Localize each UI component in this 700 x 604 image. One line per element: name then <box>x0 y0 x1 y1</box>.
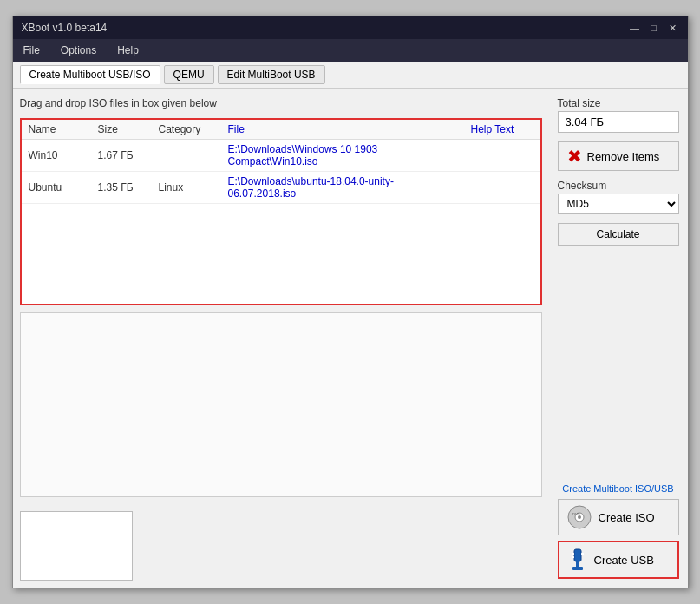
drop-area[interactable] <box>20 312 542 498</box>
tab-create-multiboot[interactable]: Create Multiboot USB/ISO <box>20 65 160 84</box>
cell-size: 1.67 ГБ <box>91 140 152 172</box>
drag-hint: Drag and drop ISO files in box given bel… <box>20 95 542 111</box>
close-button[interactable]: ✕ <box>667 22 679 34</box>
main-window: XBoot v1.0 beta14 — □ ✕ File Options Hel… <box>12 16 689 588</box>
checksum-select[interactable]: MD5 SHA1 SHA256 <box>558 194 679 214</box>
create-iso-button[interactable]: DVD Create ISO <box>558 499 679 535</box>
cell-name: Ubuntu <box>22 172 91 204</box>
total-size-section: Total size <box>558 97 679 133</box>
remove-items-label: Remove Items <box>587 150 660 163</box>
remove-items-button[interactable]: ✖ Remove Items <box>558 141 679 171</box>
minimize-button[interactable]: — <box>629 22 641 34</box>
svg-rect-8 <box>581 553 584 555</box>
svg-text:DVD: DVD <box>572 512 580 516</box>
svg-rect-6 <box>572 567 583 570</box>
right-panel: Total size ✖ Remove Items Checksum MD5 S… <box>549 89 688 588</box>
iso-table: Name Size Category File Help Text Win10 … <box>22 120 540 204</box>
col-header-category: Category <box>152 120 221 140</box>
toolbar: Create Multiboot USB/ISO QEMU Edit Multi… <box>13 62 688 89</box>
menu-help[interactable]: Help <box>114 43 142 58</box>
menu-bar: File Options Help <box>13 39 688 62</box>
table-header-row: Name Size Category File Help Text <box>22 120 540 140</box>
title-bar-controls: — □ ✕ <box>629 22 679 34</box>
svg-rect-7 <box>572 553 574 555</box>
create-usb-label: Create USB <box>594 554 654 567</box>
cell-file: E:\Downloads\ubuntu-18.04.0-unity-06.07.… <box>221 172 464 204</box>
cell-file: E:\Downloads\Windows 10 1903 Compact\Win… <box>221 140 464 172</box>
svg-rect-9 <box>572 556 574 558</box>
col-header-name: Name <box>22 120 91 140</box>
svg-rect-4 <box>574 549 581 561</box>
main-content: Drag and drop ISO files in box given bel… <box>13 89 688 588</box>
dvd-icon: DVD <box>567 505 592 529</box>
total-size-value <box>558 111 679 133</box>
window-title: XBoot v1.0 beta14 <box>22 22 108 34</box>
menu-options[interactable]: Options <box>57 43 100 58</box>
tab-edit-multiboot[interactable]: Edit MultiBoot USB <box>218 65 325 84</box>
table-row[interactable]: Ubuntu 1.35 ГБ Linux E:\Downloads\ubuntu… <box>22 172 540 204</box>
create-section: Create Multiboot ISO/USB DVD Create ISO <box>558 483 679 579</box>
remove-icon: ✖ <box>567 148 582 165</box>
create-iso-label: Create ISO <box>599 511 655 524</box>
calculate-button[interactable]: Calculate <box>558 223 679 246</box>
cell-name: Win10 <box>22 140 91 172</box>
total-size-label: Total size <box>558 97 679 109</box>
col-header-size: Size <box>91 120 152 140</box>
spacer <box>558 254 679 475</box>
preview-box <box>20 511 133 581</box>
table-row[interactable]: Win10 1.67 ГБ E:\Downloads\Windows 10 19… <box>22 140 540 172</box>
create-usb-button[interactable]: Create USB <box>558 541 679 579</box>
usb-icon <box>568 548 587 572</box>
col-header-file: File <box>221 120 464 140</box>
cell-help <box>464 172 540 204</box>
menu-file[interactable]: File <box>20 43 43 58</box>
cell-category <box>152 140 221 172</box>
iso-table-container: Name Size Category File Help Text Win10 … <box>20 118 542 305</box>
left-panel: Drag and drop ISO files in box given bel… <box>13 89 549 588</box>
cell-help <box>464 140 540 172</box>
checksum-label: Checksum <box>558 180 679 192</box>
checksum-section: Checksum MD5 SHA1 SHA256 <box>558 180 679 214</box>
tab-qemu[interactable]: QEMU <box>164 65 214 84</box>
title-bar: XBoot v1.0 beta14 — □ ✕ <box>13 16 688 39</box>
cell-size: 1.35 ГБ <box>91 172 152 204</box>
cell-category: Linux <box>152 172 221 204</box>
maximize-button[interactable]: □ <box>648 22 660 34</box>
col-header-help: Help Text <box>464 120 540 140</box>
create-section-label: Create Multiboot ISO/USB <box>558 483 679 494</box>
